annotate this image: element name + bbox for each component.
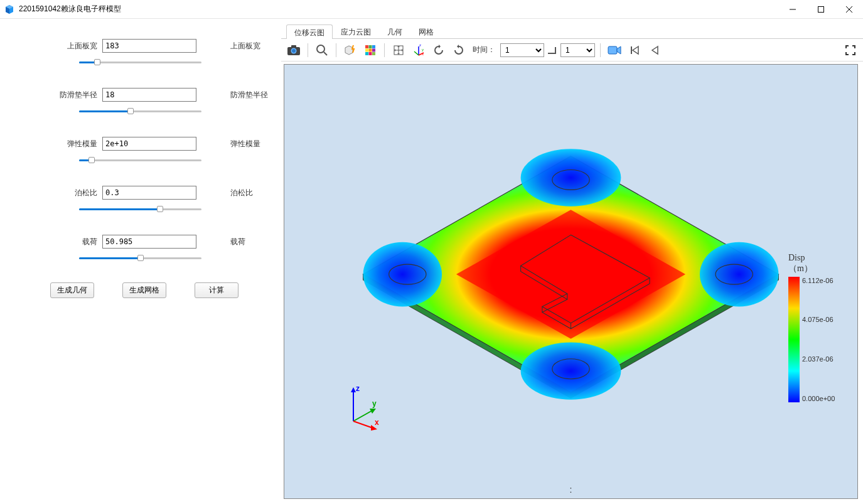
axis-xyz-icon[interactable]: zyx: [410, 41, 427, 59]
rubiks-cube-icon[interactable]: [362, 41, 379, 59]
camera-icon[interactable]: [285, 41, 303, 59]
generate-mesh-button[interactable]: 生成网格: [122, 282, 166, 298]
lightning-cube-icon[interactable]: [341, 41, 359, 59]
param-input-youngs-modulus[interactable]: [102, 137, 196, 151]
app-icon: [0, 4, 19, 14]
fullscreen-icon[interactable]: [842, 41, 859, 59]
param-label: 上面板宽: [11, 41, 102, 51]
legend-title-2: （m）: [788, 264, 813, 273]
svg-line-48: [353, 410, 373, 421]
zoom-icon[interactable]: [313, 41, 331, 59]
svg-text:x: x: [375, 418, 379, 427]
tab-bar: 位移云图 应力云图 几何 网格: [281, 24, 863, 39]
legend-title-1: Disp: [788, 253, 805, 262]
generate-geometry-button[interactable]: 生成几何: [50, 282, 94, 298]
pan-icon[interactable]: [390, 41, 407, 59]
param-label: 防滑垫半径: [11, 90, 102, 100]
play-reverse-icon[interactable]: [646, 41, 663, 59]
svg-rect-15: [372, 48, 375, 51]
param-slider-top-plate-width[interactable]: [79, 56, 201, 68]
svg-text:y: y: [422, 48, 424, 51]
3d-viewport[interactable]: z y x Disp （m） 6.112e-06: [284, 64, 858, 499]
svg-point-33: [521, 149, 621, 206]
viewport-toolbar: zyx 时间： 1 1: [281, 39, 863, 62]
svg-rect-18: [372, 52, 375, 55]
skip-first-icon[interactable]: [626, 41, 643, 59]
param-label: 泊松比: [11, 188, 102, 198]
svg-marker-46: [351, 387, 356, 392]
svg-rect-11: [369, 45, 372, 48]
axis-triad: z y x: [341, 383, 385, 432]
tab-stress[interactable]: 应力云图: [333, 24, 379, 38]
svg-rect-16: [365, 52, 368, 55]
tab-mesh[interactable]: 网格: [410, 24, 442, 38]
param-unit: 防滑垫半径: [196, 90, 268, 100]
svg-rect-17: [369, 52, 372, 55]
tab-displacement[interactable]: 位移云图: [286, 24, 333, 39]
param-slider-poisson-ratio[interactable]: [79, 203, 201, 215]
svg-rect-28: [608, 46, 617, 54]
svg-rect-14: [369, 48, 372, 51]
svg-text:z: z: [419, 44, 421, 47]
color-legend: Disp （m） 6.112e-06 4.075e-06 2.037e-06 0…: [788, 253, 851, 402]
minimize-button[interactable]: [778, 0, 807, 19]
svg-text:z: z: [356, 384, 360, 393]
param-unit: 载荷: [196, 237, 245, 247]
svg-rect-13: [365, 48, 368, 51]
rotate-cw-icon[interactable]: [450, 41, 468, 59]
visualization-panel: 位移云图 应力云图 几何 网格: [281, 19, 863, 504]
svg-point-35: [700, 242, 779, 307]
legend-tick: 0.000e+00: [802, 395, 835, 402]
svg-line-9: [324, 52, 327, 55]
svg-rect-10: [365, 45, 368, 48]
svg-point-7: [292, 49, 296, 53]
svg-rect-27: [555, 47, 556, 54]
time-combo-1[interactable]: 1: [500, 43, 544, 57]
compute-button[interactable]: 计算: [195, 282, 239, 298]
svg-text:x: x: [422, 52, 424, 56]
maximize-button[interactable]: [807, 0, 835, 19]
param-unit: 泊松比: [196, 188, 253, 198]
window-controls: [778, 0, 863, 19]
param-input-top-plate-width[interactable]: [102, 39, 196, 53]
param-input-load[interactable]: [102, 235, 196, 249]
legend-tick: 2.037e-06: [802, 355, 835, 363]
param-unit: 上面板宽: [196, 41, 260, 51]
step-end-icon[interactable]: [547, 41, 558, 59]
time-combo-2[interactable]: 1: [560, 43, 595, 57]
video-camera-icon[interactable]: [606, 41, 623, 59]
displacement-contour-plot: [284, 65, 857, 498]
svg-rect-12: [372, 45, 375, 48]
param-input-poisson-ratio[interactable]: [102, 186, 196, 200]
param-input-pad-radius[interactable]: [102, 88, 196, 102]
param-slider-load[interactable]: [79, 252, 201, 264]
svg-point-36: [363, 242, 442, 307]
parameters-panel: 上面板宽 上面板宽 防滑垫半径 防滑垫半径 弹性模量: [0, 19, 281, 504]
svg-point-34: [521, 343, 621, 400]
param-slider-youngs-modulus[interactable]: [79, 154, 201, 166]
svg-point-8: [317, 45, 324, 53]
legend-tick: 6.112e-06: [802, 277, 835, 284]
status-indicator: :: [570, 485, 572, 495]
legend-tick: 4.075e-06: [802, 316, 835, 323]
window-title: 2201591042赖泳良电子秤模型: [19, 4, 778, 14]
param-slider-pad-radius[interactable]: [79, 105, 201, 117]
svg-text:y: y: [372, 399, 377, 408]
close-button[interactable]: [835, 0, 863, 19]
param-unit: 弹性模量: [196, 139, 260, 149]
legend-colorbar: [788, 277, 800, 402]
svg-rect-26: [548, 53, 555, 54]
svg-rect-1: [818, 6, 823, 12]
svg-rect-5: [291, 45, 296, 48]
rotate-ccw-icon[interactable]: [430, 41, 448, 59]
tab-geometry[interactable]: 几何: [379, 24, 410, 38]
svg-line-22: [414, 51, 419, 55]
param-label: 弹性模量: [11, 139, 102, 149]
time-label: 时间：: [470, 45, 498, 55]
titlebar: 2201591042赖泳良电子秤模型: [0, 0, 863, 19]
param-label: 载荷: [11, 237, 102, 247]
